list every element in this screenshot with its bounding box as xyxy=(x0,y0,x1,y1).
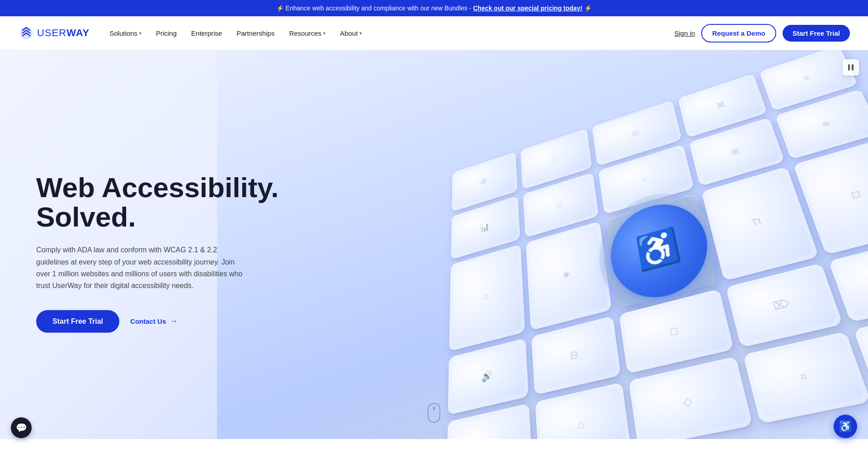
logo-icon xyxy=(18,25,34,41)
logo[interactable]: USERWAY xyxy=(18,25,90,41)
nav-pricing[interactable]: Pricing xyxy=(150,26,183,41)
accessibility-widget-icon: ♿ xyxy=(839,420,852,433)
top-banner: ⚡ Enhance web accessibility and complian… xyxy=(0,0,868,16)
chevron-down-icon: ▾ xyxy=(359,31,362,36)
key-11: ⌂ xyxy=(449,245,525,352)
key-12: ◈ xyxy=(525,221,612,331)
chat-button[interactable]: 💬 xyxy=(11,417,32,438)
scroll-indicator xyxy=(428,403,440,423)
start-free-trial-button[interactable]: Start Free Trial xyxy=(783,25,850,42)
accessibility-widget-button[interactable]: ♿ xyxy=(834,415,857,438)
accessibility-figure-icon: ♿ xyxy=(634,227,683,272)
banner-text: ⚡ Enhance web accessibility and complian… xyxy=(276,5,592,12)
scroll-dot xyxy=(433,406,435,410)
key-16: 🔊 xyxy=(448,338,528,415)
signin-link[interactable]: Sign in xyxy=(675,29,695,37)
banner-link[interactable]: Check out our special pricing today! xyxy=(473,5,582,12)
key-24: ⌗ xyxy=(743,331,868,424)
hero-content: Web Accessibility. Solved. Comply with A… xyxy=(36,173,278,333)
chevron-down-icon: ▾ xyxy=(323,31,326,36)
chevron-down-icon: ▾ xyxy=(139,31,142,36)
nav-links: Solutions ▾ Pricing Enterprise Partnersh… xyxy=(103,26,674,41)
logo-text: USERWAY xyxy=(37,27,90,39)
scroll-mouse-icon xyxy=(428,403,440,423)
hero-actions: Start Free Trial Contact Us → xyxy=(36,310,278,333)
pause-bar-right xyxy=(852,64,854,71)
hero-title: Web Accessibility. Solved. xyxy=(36,173,278,232)
hero-start-free-trial-button[interactable]: Start Free Trial xyxy=(36,310,119,333)
nav-resources[interactable]: Resources ▾ xyxy=(283,26,332,41)
arrow-right-icon: → xyxy=(170,317,178,326)
request-demo-button[interactable]: Request a Demo xyxy=(701,24,776,43)
keyboard-visual: ⚙ ◌ ◎ ⌘ ≡ 📊 □ ○ ⊞ ≋ ⌂ ◈ ♿ xyxy=(447,50,868,439)
hero-contact-us-link[interactable]: Contact Us → xyxy=(130,317,178,326)
accessibility-key: ♿ xyxy=(605,193,717,308)
accessibility-button: ♿ xyxy=(605,193,717,308)
hero-subtitle: Comply with ADA law and conform with WCA… xyxy=(36,244,249,292)
hero-section: ⚙ ◌ ◎ ⌘ ≡ 📊 □ ○ ⊞ ≋ ⌂ ◈ ♿ xyxy=(0,50,868,439)
hero-background: ⚙ ◌ ◎ ⌘ ≡ 📊 □ ○ ⊞ ≋ ⌂ ◈ ♿ xyxy=(217,50,868,439)
key-17: ⊟ xyxy=(531,316,621,395)
nav-actions: Sign in Request a Demo Start Free Trial xyxy=(675,24,850,43)
pause-button[interactable] xyxy=(843,59,859,76)
nav-solutions[interactable]: Solutions ▾ xyxy=(103,26,148,41)
nav-about[interactable]: About ▾ xyxy=(334,26,368,41)
navbar: USERWAY Solutions ▾ Pricing Enterprise P… xyxy=(0,16,868,50)
chat-icon: 💬 xyxy=(16,422,27,433)
nav-enterprise[interactable]: Enterprise xyxy=(185,26,228,41)
nav-partnerships[interactable]: Partnerships xyxy=(230,26,281,41)
gear-icon: ⚙ xyxy=(481,177,487,187)
pause-bar-left xyxy=(848,64,850,71)
